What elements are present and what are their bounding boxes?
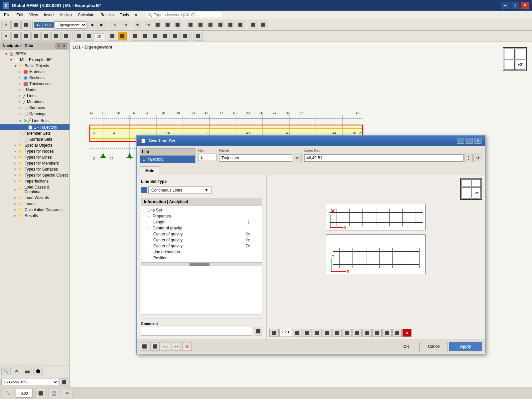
name-input[interactable] — [219, 154, 292, 162]
tree-lines[interactable]: > ╱ Lines — [0, 93, 69, 99]
status-btn-1[interactable]: 🔍 — [3, 389, 13, 398]
menu-calculate[interactable]: Calculate — [75, 12, 97, 18]
viz-btn-11[interactable]: ⬛ — [382, 329, 392, 337]
toolbar-xxx2-btn[interactable]: ×.× — [143, 21, 152, 29]
toolbar-btn-12[interactable]: ⬛ — [236, 21, 245, 29]
ok-button[interactable]: OK — [393, 342, 420, 351]
tree-types-special[interactable]: > 📁 Types for Special Object — [0, 172, 69, 178]
toolbar2-btn-13[interactable]: ⬛ — [141, 32, 150, 41]
tree-imperfections[interactable]: > 📁 Imperfections — [0, 178, 69, 184]
toolbar-btn-1[interactable]: ✕ — [1, 21, 11, 29]
nav-close-btn[interactable]: ✕ — [62, 43, 67, 49]
toolbar2-btn-2[interactable]: ⬛ — [11, 32, 21, 41]
toolbar-cross-btn[interactable]: ✕ — [110, 21, 119, 29]
tree-surfacesets[interactable]: > ⬜ Surface Sets — [0, 136, 69, 142]
tree-load-cases[interactable]: > 📁 Load Cases & Combina... — [0, 184, 69, 195]
toolbar-btn-8[interactable]: ⬛ — [196, 21, 205, 29]
tree-members[interactable]: > ╱ Members — [0, 99, 69, 105]
tree-linesets[interactable]: ▼ ➤ ╱ Line Sets — [0, 117, 69, 124]
search-bar[interactable]: 🔍 — [146, 12, 222, 18]
lines-select-btn[interactable]: ⋮ — [464, 154, 473, 162]
info-scrollbar[interactable] — [141, 262, 262, 266]
viz-btn-9[interactable]: ⬛ — [362, 329, 372, 337]
toolbar-eye-btn[interactable]: 👁 — [133, 21, 142, 29]
toolbar2-btn-15[interactable]: ⬛ — [161, 32, 170, 41]
tree-rfem[interactable]: ▼ 🏠 RFEM — [0, 51, 69, 57]
tree-openings[interactable]: > ⬜ Openings — [0, 111, 69, 117]
viz-btn-7[interactable]: ⬛ — [342, 329, 352, 337]
maximize-button[interactable]: □ — [511, 2, 519, 9]
name-edit-btn[interactable]: ✏ — [293, 154, 302, 162]
viz-zoom-select[interactable]: 2.2 ▾ — [279, 329, 292, 337]
tree-results[interactable]: > 📁 Results — [0, 213, 69, 219]
nav-pin-btn[interactable]: 📌 — [56, 43, 61, 49]
tree-calc-diagrams[interactable]: > 📁 Calculation Diagrams — [0, 207, 69, 213]
tree-membersets[interactable]: > ╱ Member Sets — [0, 130, 69, 136]
viz-btn-6[interactable]: ⬛ — [332, 329, 342, 337]
tree-sections[interactable]: > 🔷 Sections — [0, 75, 69, 81]
nav-animate-btn[interactable]: ⬤ — [33, 367, 43, 375]
menu-view[interactable]: View — [27, 12, 41, 18]
menu-tools[interactable]: Tools — [117, 12, 132, 18]
dialog-minimize-btn[interactable]: ─ — [457, 138, 464, 144]
dialog-maximize-btn[interactable]: □ — [466, 138, 473, 144]
toolbar2-btn-1[interactable]: ✕ — [1, 32, 11, 41]
toolbar2-btn-18[interactable]: ⬛ — [194, 32, 203, 41]
toolbar-btn-4[interactable]: ⬛ — [153, 21, 162, 29]
toolbar2-btn-3[interactable]: ⬛ — [21, 32, 31, 41]
lines-input[interactable] — [304, 154, 464, 162]
tree-types-lines[interactable]: > 📁 Types for Lines — [0, 154, 69, 160]
toolbar2-btn-10[interactable]: ⬛ — [108, 32, 117, 41]
viz-btn-12[interactable]: ⬛ — [392, 329, 402, 337]
toolbar-btn-6[interactable]: ⬛ — [173, 21, 182, 29]
toolbar2-btn-12[interactable]: ⬛ — [131, 32, 140, 41]
apply-button[interactable]: Apply — [449, 342, 482, 351]
toolbar2-btn-7[interactable]: ⬛ — [61, 32, 70, 41]
lc-dropdown[interactable]: Eigengewicht — [55, 21, 86, 29]
cancel-button[interactable]: Cancel — [421, 342, 448, 351]
toolbar-btn-9[interactable]: ⬛ — [206, 21, 215, 29]
nav-camera-btn[interactable]: 📷 — [23, 367, 32, 375]
viz-btn-8[interactable]: ⬛ — [352, 329, 362, 337]
dialog-close-btn[interactable]: ✕ — [474, 138, 481, 144]
toolbar-btn-14[interactable]: ⬛ — [259, 21, 268, 29]
toolbar2-btn-4[interactable]: ⬛ — [31, 32, 41, 41]
toolbar-btn-13[interactable]: ⬛ — [249, 21, 258, 29]
menu-edit[interactable]: Edit — [14, 12, 26, 18]
tree-surfaces[interactable]: > ⬜ Surfaces — [0, 105, 69, 111]
footer-check2-btn[interactable]: ✓× — [172, 342, 181, 351]
viz-btn-cancel[interactable]: ✕ — [402, 329, 412, 337]
tree-types-nodes[interactable]: > 📁 Types for Nodes — [0, 148, 69, 154]
toolbar2-btn-8[interactable]: ⬛ — [74, 32, 83, 41]
prev-lc-btn[interactable]: ◀ — [87, 21, 96, 29]
toolbar-btn-5[interactable]: ⬛ — [163, 21, 172, 29]
viz-btn-1[interactable]: ⬛ — [269, 329, 279, 337]
scrollbar-thumb[interactable] — [190, 263, 209, 266]
tree-trajectory[interactable]: 📄 1 - Trajectory — [0, 124, 69, 130]
toolbar2-btn-11[interactable]: ⬛ — [118, 32, 127, 41]
lines-reset-btn[interactable]: ↺ — [473, 154, 482, 162]
viz-btn-3[interactable]: ⬛ — [303, 329, 312, 337]
status-btn-2[interactable]: ⬛ — [35, 389, 46, 398]
nav-search-btn[interactable]: 🔍 — [1, 367, 11, 375]
toolbar-btn-2[interactable]: ⬛ — [11, 21, 21, 29]
footer-add-btn[interactable]: ⬛ — [140, 342, 149, 351]
toolbar2-btn-5[interactable]: ⬛ — [41, 32, 51, 41]
menu-file[interactable]: File — [1, 12, 13, 18]
search-input[interactable] — [154, 13, 220, 17]
nav-display-btn[interactable]: 👁 — [12, 367, 21, 375]
tree-special-objects[interactable]: > 📁 Special Objects — [0, 142, 69, 148]
tree-thicknesses[interactable]: > 🟫 Thicknesses — [0, 81, 69, 87]
viz-btn-5[interactable]: ⬛ — [323, 329, 332, 337]
tree-basic-objects[interactable]: ▼ 📁 Basic Objects — [0, 63, 69, 69]
toolbar-btn-11[interactable]: ⬛ — [226, 21, 235, 29]
toolbar-xxx-btn[interactable]: ×.× — [120, 21, 129, 29]
close-button[interactable]: ✕ — [521, 2, 529, 9]
tree-load-wizards[interactable]: > 📁 Load Wizards — [0, 195, 69, 201]
viz-btn-2[interactable]: ⬛ — [293, 329, 302, 337]
footer-delete-btn[interactable]: ✕ — [182, 342, 192, 351]
toolbar-btn-7[interactable]: ⬛ — [186, 21, 195, 29]
lineset-type-select[interactable]: Continuous Lines ▼ — [148, 187, 211, 194]
toolbar-btn-10[interactable]: ⬛ — [216, 21, 225, 29]
coord-btn[interactable]: ⬛ — [60, 378, 68, 386]
